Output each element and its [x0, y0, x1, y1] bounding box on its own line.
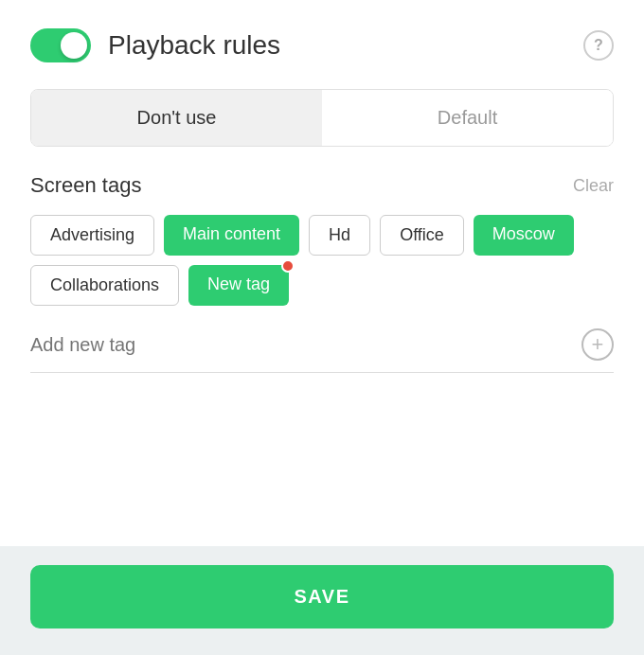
tag-main-content[interactable]: Main content [164, 215, 299, 256]
plus-icon: + [592, 332, 604, 357]
playback-toggle[interactable] [30, 28, 91, 62]
help-icon[interactable]: ? [583, 30, 614, 61]
header-row: Playback rules ? [30, 28, 614, 62]
save-button[interactable]: SAVE [30, 565, 614, 628]
tag-new-tag[interactable]: New tag [188, 265, 289, 306]
section-header: Screen tags Clear [30, 173, 614, 198]
page-title: Playback rules [108, 30, 280, 61]
help-icon-label: ? [594, 37, 603, 54]
tag-office[interactable]: Office [380, 215, 464, 256]
tag-advertising[interactable]: Advertising [30, 215, 154, 256]
tag-hd[interactable]: Hd [309, 215, 370, 256]
tags-area: Advertising Main content Hd Office Mosco… [30, 215, 614, 306]
footer: SAVE [0, 546, 644, 655]
header-left: Playback rules [30, 28, 280, 62]
new-tag-badge [281, 259, 295, 273]
tag-collaborations[interactable]: Collaborations [30, 265, 179, 306]
add-tag-button[interactable]: + [581, 328, 614, 361]
section-title: Screen tags [30, 173, 141, 198]
segment-default[interactable]: Default [322, 90, 613, 146]
add-tag-input[interactable] [30, 334, 581, 356]
segment-dont-use[interactable]: Don't use [31, 90, 322, 146]
add-tag-row: + [30, 328, 614, 373]
toggle-knob [61, 32, 87, 59]
segmented-control: Don't use Default [30, 89, 614, 147]
tag-moscow[interactable]: Moscow [474, 215, 574, 256]
clear-button[interactable]: Clear [573, 176, 614, 196]
